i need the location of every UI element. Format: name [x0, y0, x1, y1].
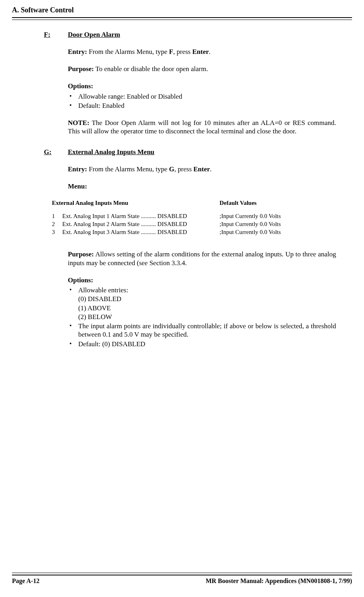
note-text: The Door Open Alarm will not log for 10 …: [68, 119, 336, 135]
section-f-options-list: Allowable range: Enabled or Disabled Def…: [68, 92, 336, 110]
section-f-key: F:: [44, 30, 68, 39]
entry-text-1: From the Alarms Menu, type: [87, 48, 169, 56]
options-label: Options:: [68, 82, 93, 90]
page-header: A. Software Control: [12, 6, 352, 15]
entry-text-1: From the Alarms Menu, type: [87, 165, 169, 173]
purpose-text: To enable or disable the door open alarm…: [94, 65, 208, 73]
sub-option: (1) ABOVE: [78, 304, 336, 312]
purpose-label: Purpose:: [68, 250, 94, 258]
menu-block: External Analog Inputs Menu Default Valu…: [52, 199, 336, 236]
entry-text-3: .: [209, 48, 210, 56]
sub-options: (0) DISABLED (1) ABOVE (2) BELOW: [78, 295, 336, 321]
entry-text-3: .: [210, 165, 212, 173]
footer-row: Page A-12 MR Booster Manual: Appendices …: [12, 577, 352, 585]
list-item: Default: Enabled: [78, 101, 336, 110]
section-f-title: Door Open Alarm: [68, 30, 120, 39]
menu-row-value: ;Input Currently 0.0 Volts: [220, 228, 281, 236]
menu-row: 3 Ext. Analog Input 3 Alarm State ......…: [52, 228, 336, 236]
manual-reference: MR Booster Manual: Appendices (MN001808-…: [206, 577, 352, 585]
section-g-menu-label: Menu:: [68, 182, 336, 190]
menu-row: 2 Ext. Analog Input 2 Alarm State ......…: [52, 220, 336, 228]
header-rule: [12, 17, 352, 20]
menu-row-desc: Ext. Analog Input 3 Alarm State ........…: [62, 228, 220, 236]
entry-key: F: [169, 48, 173, 56]
entry-label: Entry:: [68, 165, 87, 173]
section-g-key: G:: [44, 148, 68, 156]
entry-enter: Enter: [192, 48, 209, 56]
menu-row-desc: Ext. Analog Input 2 Alarm State ........…: [62, 220, 220, 228]
menu-row-num: 2: [52, 220, 62, 228]
menu-label: Menu:: [68, 182, 87, 190]
page-number: Page A-12: [12, 577, 40, 585]
section-g-options-label: Options:: [68, 276, 336, 284]
section-f-options-label: Options:: [68, 82, 336, 90]
menu-header-row: External Analog Inputs Menu Default Valu…: [52, 199, 336, 207]
menu-row-value: ;Input Currently 0.0 Volts: [220, 220, 281, 228]
page-footer: Page A-12 MR Booster Manual: Appendices …: [12, 573, 352, 585]
sub-option: (0) DISABLED: [78, 295, 336, 303]
section-f-heading: F: Door Open Alarm: [44, 30, 336, 39]
options-label: Options:: [68, 276, 93, 284]
default-values-label: Default Values: [220, 199, 257, 207]
section-f-purpose: Purpose: To enable or disable the door o…: [68, 65, 336, 73]
option-text: Allowable entries:: [78, 286, 128, 294]
entry-text-2: , press: [174, 165, 194, 173]
section-g-heading: G: External Analog Inputs Menu: [44, 148, 336, 156]
section-g-entry: Entry: From the Alarms Menu, type G, pre…: [68, 165, 336, 173]
purpose-label: Purpose:: [68, 65, 94, 73]
menu-row: 1 Ext. Analog Input 1 Alarm State ......…: [52, 212, 336, 220]
section-g-title: External Analog Inputs Menu: [68, 148, 154, 156]
menu-row-num: 3: [52, 228, 62, 236]
purpose-text: Allows setting of the alarm conditions f…: [68, 250, 336, 266]
list-item: Allowable entries: (0) DISABLED (1) ABOV…: [78, 286, 336, 321]
section-f-note: NOTE: The Door Open Alarm will not log f…: [68, 119, 336, 136]
entry-label: Entry:: [68, 48, 87, 56]
entry-key: G: [169, 165, 174, 173]
menu-row-desc: Ext. Analog Input 1 Alarm State ........…: [62, 212, 220, 220]
section-g-purpose: Purpose: Allows setting of the alarm con…: [68, 250, 336, 267]
menu-row-value: ;Input Currently 0.0 Volts: [220, 212, 281, 220]
menu-row-num: 1: [52, 212, 62, 220]
entry-text-2: , press: [173, 48, 192, 56]
menu-title: External Analog Inputs Menu: [52, 199, 220, 207]
content-area: F: Door Open Alarm Entry: From the Alarm…: [12, 30, 352, 348]
section-f-entry: Entry: From the Alarms Menu, type F, pre…: [68, 48, 336, 56]
list-item: Default: (0) DISABLED: [78, 340, 336, 348]
note-label: NOTE:: [68, 119, 89, 127]
entry-enter: Enter: [194, 165, 210, 173]
list-item: The input alarm points are individually …: [78, 322, 336, 339]
section-g-options-list: Allowable entries: (0) DISABLED (1) ABOV…: [68, 286, 336, 348]
list-item: Allowable range: Enabled or Disabled: [78, 92, 336, 101]
footer-rule: [12, 573, 352, 575]
sub-option: (2) BELOW: [78, 313, 336, 321]
